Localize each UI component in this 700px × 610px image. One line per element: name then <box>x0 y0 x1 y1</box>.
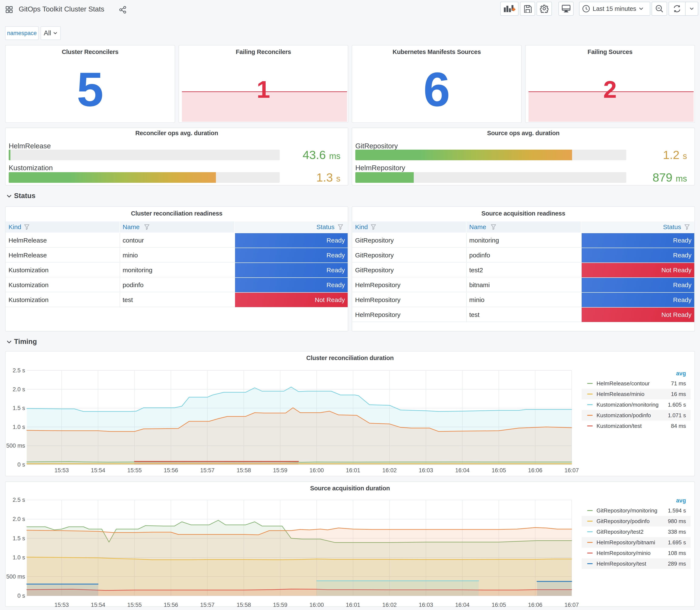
svg-text:15:56: 15:56 <box>164 467 178 473</box>
svg-text:16:01: 16:01 <box>346 467 360 473</box>
svg-text:16:07: 16:07 <box>565 467 579 473</box>
svg-text:15:54: 15:54 <box>91 602 105 607</box>
svg-text:0 s: 0 s <box>17 593 25 599</box>
svg-text:16:01: 16:01 <box>346 602 360 607</box>
svg-text:15:57: 15:57 <box>200 602 215 607</box>
svg-text:15:58: 15:58 <box>237 602 251 607</box>
svg-text:1.5 s: 1.5 s <box>13 405 25 411</box>
svg-text:15:57: 15:57 <box>200 467 215 473</box>
svg-text:500 ms: 500 ms <box>6 443 25 449</box>
svg-text:16:06: 16:06 <box>528 467 542 473</box>
svg-text:16:03: 16:03 <box>419 467 433 473</box>
svg-text:2.0 s: 2.0 s <box>13 516 25 522</box>
svg-text:16:04: 16:04 <box>455 602 470 607</box>
svg-text:16:02: 16:02 <box>382 467 397 473</box>
svg-text:15:55: 15:55 <box>127 602 142 607</box>
svg-text:15:53: 15:53 <box>54 602 69 607</box>
svg-text:16:02: 16:02 <box>382 602 397 607</box>
svg-text:16:04: 16:04 <box>455 467 470 473</box>
svg-text:1.0 s: 1.0 s <box>13 424 25 430</box>
svg-text:0 s: 0 s <box>17 462 25 468</box>
svg-text:2.5 s: 2.5 s <box>13 497 25 503</box>
svg-text:15:56: 15:56 <box>164 602 178 607</box>
svg-text:16:03: 16:03 <box>419 602 433 607</box>
svg-text:16:07: 16:07 <box>565 602 579 607</box>
svg-text:16:00: 16:00 <box>309 602 324 607</box>
svg-text:1.5 s: 1.5 s <box>13 535 25 542</box>
svg-text:16:05: 16:05 <box>491 467 506 473</box>
svg-text:16:05: 16:05 <box>491 602 506 607</box>
svg-text:16:06: 16:06 <box>528 602 542 607</box>
svg-text:15:58: 15:58 <box>237 467 251 473</box>
svg-text:15:59: 15:59 <box>273 602 288 607</box>
svg-text:15:54: 15:54 <box>91 467 105 473</box>
svg-text:15:55: 15:55 <box>127 467 142 473</box>
svg-text:1.0 s: 1.0 s <box>13 554 25 561</box>
svg-text:500 ms: 500 ms <box>6 574 25 580</box>
svg-text:16:00: 16:00 <box>309 467 324 473</box>
svg-text:2.5 s: 2.5 s <box>13 367 25 374</box>
svg-text:15:53: 15:53 <box>54 467 69 473</box>
svg-text:15:59: 15:59 <box>273 467 288 473</box>
svg-text:2.0 s: 2.0 s <box>13 386 25 392</box>
